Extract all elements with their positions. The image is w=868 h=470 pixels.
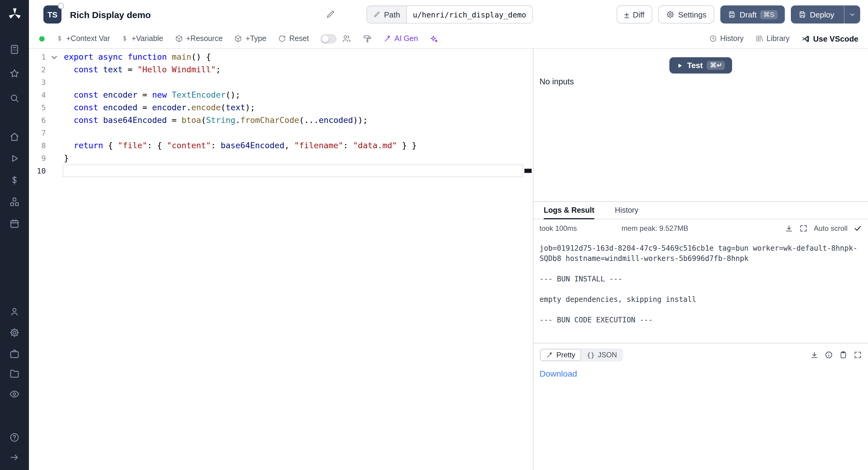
sidebar-item-folders[interactable] (0, 366, 29, 381)
code-text[interactable] (63, 164, 523, 177)
tab-history[interactable]: History (615, 202, 638, 219)
path-control[interactable]: Path u/henri/rich_display_demo (367, 5, 533, 24)
gear-icon (9, 327, 20, 338)
sidebar-expand[interactable] (0, 450, 29, 465)
code-line-2[interactable]: 2 const text = "Hello Windmill"; (29, 63, 523, 76)
sparkles-icon (430, 34, 438, 43)
ai-sparkles-button[interactable] (430, 34, 438, 43)
save-icon (798, 10, 806, 19)
code-editor[interactable]: 1export async function main() {2 const t… (29, 49, 533, 470)
sidebar-item-schedules[interactable] (0, 216, 29, 231)
use-vscode-button[interactable]: Use VScode (801, 34, 858, 43)
deploy-button[interactable]: Deploy (790, 5, 860, 24)
test-button[interactable]: Test ⌘↵ (669, 57, 733, 73)
edit-summary-button[interactable] (326, 10, 335, 19)
clipboard-copy-icon[interactable] (839, 351, 847, 359)
package-icon (175, 34, 183, 43)
line-number: 9 (29, 152, 46, 164)
code-text[interactable]: const encoded = encoder.encode(text); (63, 101, 523, 114)
download-result-icon[interactable] (810, 351, 818, 359)
code-text[interactable]: const text = "Hello Windmill"; (63, 63, 523, 76)
code-text[interactable]: return { "file": { "content": base64Enco… (63, 139, 523, 152)
sidebar-item-settings[interactable] (0, 325, 29, 340)
library-button[interactable]: Library (755, 34, 789, 43)
expand-result-icon[interactable] (854, 351, 862, 359)
code-line-4[interactable]: 4 const encoder = new TextEncoder(); (29, 89, 523, 101)
plus-minus-icon: ± (624, 10, 629, 19)
path-value: u/henri/rich_display_demo (407, 6, 532, 23)
fold-chevron-icon[interactable] (51, 53, 58, 61)
add-variable-button[interactable]: +Variable (121, 34, 163, 43)
sidebar-item-resources[interactable] (0, 195, 29, 209)
add-resource-label: +Resource (186, 34, 223, 43)
code-line-3[interactable]: 3 (29, 76, 523, 89)
inputs-section: Test ⌘↵ No inputs (533, 49, 868, 202)
run-stats-bar: took 100ms mem peak: 9.527MB Auto scroll (533, 219, 868, 238)
code-text[interactable]: const base64Encoded = btoa(String.fromCh… (63, 114, 523, 127)
check-icon[interactable] (854, 224, 862, 232)
info-circle-icon[interactable] (825, 351, 833, 359)
format-code-button[interactable] (363, 34, 372, 43)
fold-gutter (46, 139, 63, 152)
code-line-1[interactable]: 1export async function main() { (29, 51, 523, 63)
sidebar-item-calculator[interactable] (0, 42, 29, 57)
sidebar-item-search[interactable] (0, 91, 29, 105)
line-number: 4 (29, 89, 46, 101)
download-link[interactable]: Download (539, 369, 577, 378)
path-label: Path (367, 6, 407, 23)
header: TS Rich Display demo Path u/henri/rich_d… (29, 0, 868, 29)
windmill-logo[interactable] (0, 7, 29, 21)
sidebar-item-favorites[interactable] (0, 66, 29, 81)
fold-gutter (46, 76, 63, 89)
code-text[interactable] (63, 127, 523, 139)
code-line-5[interactable]: 5 const encoded = encoder.encode(text); (29, 101, 523, 114)
sidebar-item-help[interactable] (0, 430, 29, 445)
sidebar-item-audit-logs[interactable] (0, 387, 29, 401)
line-number: 8 (29, 139, 46, 152)
language-badge[interactable]: TS (43, 5, 61, 24)
sidebar (0, 0, 29, 470)
sidebar-item-users[interactable] (0, 304, 29, 319)
boxes-icon (9, 196, 20, 207)
code-text[interactable] (63, 76, 523, 89)
expand-logs-icon[interactable] (799, 224, 808, 232)
code-text[interactable]: } (63, 152, 523, 164)
multiplayer-toggle[interactable] (320, 34, 336, 43)
code-text[interactable]: const encoder = new TextEncoder(); (63, 89, 523, 101)
code-line-7[interactable]: 7 (29, 127, 523, 139)
run-panel: Test ⌘↵ No inputs Logs & Result History … (533, 49, 868, 470)
add-type-label: +Type (246, 34, 267, 43)
tab-logs-result[interactable]: Logs & Result (544, 202, 594, 219)
add-resource-button[interactable]: +Resource (175, 34, 223, 43)
pretty-toggle[interactable]: Pretty (540, 349, 581, 361)
draft-button[interactable]: Draft ⌘S (720, 5, 784, 24)
ai-gen-button[interactable]: AI Gen (383, 34, 418, 43)
code-text[interactable]: export async function main() { (63, 51, 523, 63)
history-button[interactable]: History (709, 34, 744, 43)
sidebar-item-home[interactable] (0, 130, 29, 144)
json-toggle[interactable]: {} JSON (581, 349, 623, 361)
diff-button[interactable]: ± Diff (616, 5, 652, 24)
path-label-text: Path (384, 10, 400, 19)
sidebar-item-workers[interactable] (0, 346, 29, 361)
home-icon (9, 131, 20, 142)
sidebar-item-variables[interactable] (0, 173, 29, 187)
deploy-dropdown[interactable] (844, 5, 860, 24)
users-icon (341, 34, 351, 43)
sidebar-item-runs[interactable] (0, 151, 29, 166)
draft-shortcut: ⌘S (760, 10, 777, 19)
user-icon (9, 306, 20, 317)
download-logs-icon[interactable] (785, 224, 793, 232)
code-line-8[interactable]: 8 return { "file": { "content": base64En… (29, 139, 523, 152)
deploy-main[interactable]: Deploy (790, 5, 840, 24)
code-line-9[interactable]: 9} (29, 152, 523, 164)
add-type-button[interactable]: +Type (234, 34, 267, 43)
panel-tabs: Logs & Result History (533, 202, 868, 219)
add-context-var-label: +Context Var (66, 34, 110, 43)
add-context-var-button[interactable]: +Context Var (56, 34, 110, 43)
code-line-10[interactable]: 10 (29, 164, 523, 177)
pencil-icon (373, 11, 380, 18)
reset-button[interactable]: Reset (278, 34, 309, 43)
settings-button[interactable]: Settings (658, 5, 714, 24)
code-line-6[interactable]: 6 const base64Encoded = btoa(String.from… (29, 114, 523, 127)
